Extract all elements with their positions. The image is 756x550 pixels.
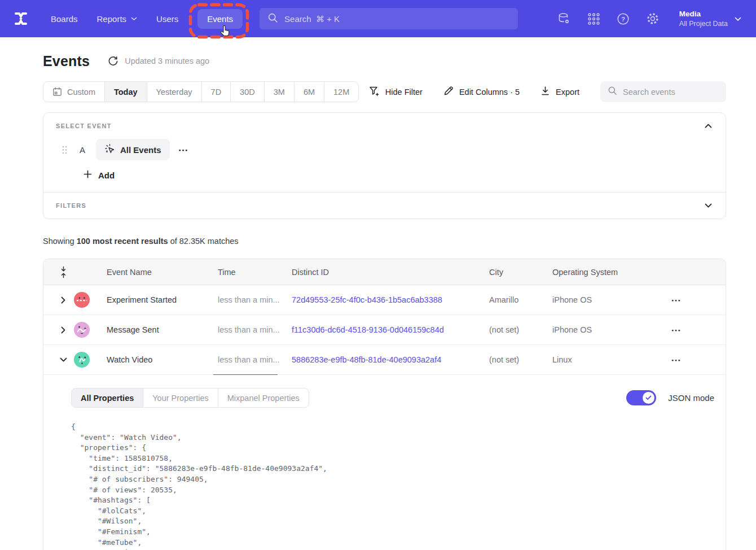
nav-item-reports[interactable]: Reports [97,14,138,24]
col-operating-system[interactable]: Operating System [552,268,671,277]
event-row-letter: A [80,145,85,155]
date-range-3m[interactable]: 3M [264,82,294,102]
event-selector-chip[interactable]: All Events [96,139,170,160]
global-search-input[interactable] [284,14,510,24]
event-time: less than a min... [218,285,292,315]
date-range-yesterday[interactable]: Yesterday [147,82,201,102]
date-range-30d[interactable]: 30D [230,82,264,102]
pencil-icon [443,86,454,98]
data-management-icon[interactable] [557,12,571,25]
primary-nav: BoardsReportsUsersEvents [51,9,243,29]
select-event-cursor-icon [104,143,115,156]
collapse-section-icon[interactable] [704,123,713,129]
row-expand-icon[interactable] [52,296,74,304]
event-time: less than a min... [218,315,292,344]
add-event-button[interactable]: Add [83,170,115,180]
date-range-6m[interactable]: 6M [294,82,324,102]
event-avatar [74,352,90,368]
event-name: Watch Video [107,355,218,364]
mixpanel-logo-icon[interactable] [12,10,29,27]
tab-all-properties[interactable]: All Properties [72,389,143,407]
date-range-segmented-control: CustomTodayYesterday7D30D3M6M12M [43,81,359,102]
distinct-id-link[interactable]: f11c30d6-dc6d-4518-9136-0d046159c84d [292,325,489,334]
drag-handle-icon[interactable] [62,146,67,154]
tab-your-properties[interactable]: Your Properties [143,389,217,407]
row-expand-icon[interactable] [52,326,74,334]
project-switcher[interactable]: Media All Project Data [679,9,741,28]
export-label: Export [556,88,579,97]
expand-collapse-all-icon[interactable] [52,266,74,278]
distinct-id-link[interactable]: 72d49553-25fc-4f0c-b436-1b5ac6ab3388 [292,295,489,304]
event-avatar [74,292,90,308]
global-search[interactable] [260,8,518,29]
settings-gear-icon[interactable] [646,12,660,25]
json-mode-toggle[interactable] [626,390,656,405]
results-suffix: of 82.35K matches [168,237,239,246]
apps-grid-icon[interactable] [587,12,600,25]
expand-filters-icon[interactable] [704,202,713,209]
segment-label: Yesterday [156,88,192,97]
select-event-label: SELECT EVENT [56,123,112,129]
help-icon[interactable]: ? [617,12,630,25]
filters-label: FILTERS [56,202,86,209]
table-row[interactable]: Watch Video less than a min... 5886283e-… [43,345,726,375]
edit-columns-button[interactable]: Edit Columns · 5 [443,86,520,98]
event-city: Amarillo [489,295,552,304]
col-city[interactable]: City [489,268,552,277]
chevron-down-icon [735,14,741,24]
date-range-today[interactable]: Today [104,82,147,102]
segment-label: Today [114,88,138,97]
add-label: Add [98,171,115,180]
event-detail-panel: All PropertiesYour PropertiesMixpanel Pr… [43,375,726,550]
segment-label: 6M [304,88,315,97]
search-events-field[interactable] [600,81,726,102]
top-navbar: BoardsReportsUsersEvents [0,0,756,37]
event-row-more-button[interactable]: ●●● [179,148,188,152]
event-os: iPhone OS [552,295,671,304]
hide-filter-button[interactable]: Hide Filter [369,86,423,98]
results-prefix: Showing [43,237,77,246]
segment-label: 12M [333,88,349,97]
event-city: (not set) [489,325,552,334]
event-name: Message Sent [107,325,218,334]
refresh-icon[interactable] [108,56,118,67]
plus-icon [83,170,92,180]
json-mode-label: JSON mode [668,393,714,403]
segment-label: 7D [211,88,222,97]
export-button[interactable]: Export [540,86,579,98]
search-icon [267,12,278,25]
funnel-icon [369,86,380,98]
nav-item-users[interactable]: Users [156,14,178,24]
nav-item-events[interactable]: Events [197,9,243,29]
svg-text:?: ? [621,15,625,22]
filters-section-header[interactable]: FILTERS [43,193,726,219]
row-menu-button[interactable]: ●●● [671,328,681,332]
date-range-custom[interactable]: Custom [43,82,104,102]
nav-item-boards[interactable]: Boards [51,14,78,24]
col-time[interactable]: Time [218,268,292,277]
event-os: Linux [552,355,671,364]
results-count: 100 most recent results [77,237,168,246]
row-menu-button[interactable]: ●●● [671,298,681,302]
edit-columns-label: Edit Columns · 5 [459,88,520,97]
col-event-name[interactable]: Event Name [107,268,218,277]
distinct-id-link[interactable]: 5886283e-e9fb-48fb-81de-40e9093a2af4 [292,355,489,364]
nav-item-label: Users [156,14,178,24]
table-row[interactable]: Message Sent less than a min... f11c30d6… [43,315,726,345]
event-name: Experiment Started [107,295,218,304]
col-distinct-id[interactable]: Distinct ID [292,268,489,277]
date-range-7d[interactable]: 7D [201,82,231,102]
search-icon [608,86,617,98]
row-menu-button[interactable]: ●●● [671,358,681,362]
tab-mixpanel-properties[interactable]: Mixpanel Properties [218,389,309,407]
row-collapse-icon[interactable] [52,357,74,362]
search-events-input[interactable] [623,88,719,97]
table-header-row: Event Name Time Distinct ID City Operati… [43,259,726,285]
results-summary: Showing 100 most recent results of 82.35… [43,237,726,246]
nav-item-label: Boards [51,14,78,24]
table-row[interactable]: Experiment Started less than a min... 72… [43,285,726,315]
events-page: Events Updated 3 minutes ago CustomToday… [0,52,756,550]
last-updated-text: Updated 3 minutes ago [125,56,209,66]
properties-tabs: All PropertiesYour PropertiesMixpanel Pr… [71,388,309,408]
date-range-12m[interactable]: 12M [324,82,358,102]
